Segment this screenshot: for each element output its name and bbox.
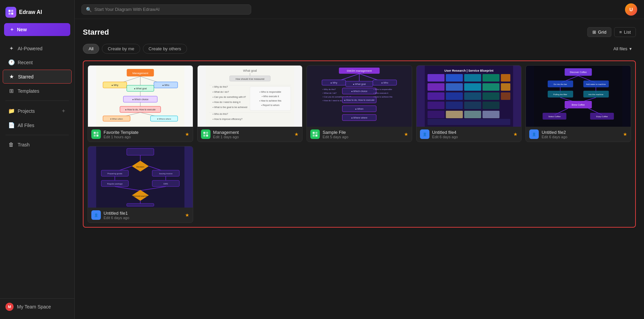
svg-rect-0 [8, 10, 11, 12]
svg-rect-91 [482, 74, 499, 82]
file-preview-2: What goal How should it be measured • Wh… [198, 66, 302, 127]
svg-text:● How to do, How to execute: ● How to do, How to execute [125, 108, 155, 111]
file-date-3: Edit 5 days ago [323, 135, 348, 139]
sidebar-item-ai-powered[interactable]: ✦ AI-Powered [3, 42, 72, 55]
svg-rect-103 [427, 102, 444, 109]
svg-text:GWZH management: GWZH management [347, 69, 372, 72]
file-preview-3: GWZH management ● Why ● Who ● What goal [307, 66, 412, 127]
filter-create-by-others[interactable]: Create by others [143, 44, 187, 54]
file-preview-6: Received order Decision Preparing goods [88, 146, 193, 208]
add-project-icon[interactable]: ＋ [61, 107, 66, 114]
svg-text:• How to achieve this: • How to achieve this [259, 100, 281, 102]
svg-text:• What is the goal to be achie: • What is the goal to be achieved [213, 106, 247, 109]
list-icon: ≡ [619, 30, 622, 35]
svg-text:● Why: ● Why [111, 84, 118, 87]
page-header: Starred ⊞ Grid ≡ List [83, 27, 636, 37]
templates-icon: ⊞ [8, 88, 14, 94]
sidebar-item-projects[interactable]: 📁 Projects ＋ [3, 104, 72, 118]
app-name: Edraw AI [19, 9, 42, 15]
file-name-2: Management [213, 130, 239, 135]
file-avatar-1 [91, 129, 101, 139]
sidebar-bottom: M My Team Space [0, 298, 74, 315]
filter-all[interactable]: All [83, 44, 99, 54]
team-space[interactable]: M My Team Space [5, 303, 69, 311]
search-bar[interactable]: 🔍 Start Your Diagram With EdrawAI [81, 4, 251, 15]
plus-icon: ＋ [10, 26, 14, 33]
svg-text:Discover Coffee: Discover Coffee [570, 71, 587, 73]
star-icon-3[interactable]: ★ [404, 131, 408, 137]
chevron-down-icon: ▾ [629, 46, 632, 51]
trash-icon: 🗑 [8, 142, 14, 148]
file-card-2[interactable]: What goal How should it be measured • Wh… [197, 65, 303, 142]
ai-icon: ✦ [8, 45, 14, 52]
star-icon-6[interactable]: ★ [185, 212, 189, 218]
file-card-6[interactable]: Received order Decision Preparing goods [88, 146, 193, 223]
sidebar-item-starred[interactable]: ★ Starred [3, 70, 72, 84]
file-card-5[interactable]: Discover Coffee Go into the bar Add wate… [526, 65, 631, 142]
file-name-1: Favorite Template [104, 130, 139, 135]
svg-rect-52 [206, 132, 208, 134]
file-avatar-5: 👤 [529, 129, 539, 139]
svg-rect-107 [427, 111, 444, 118]
team-avatar: M [5, 303, 14, 311]
svg-rect-94 [446, 83, 463, 91]
sidebar-item-all-files[interactable]: 📄 All Files [3, 119, 72, 132]
file-card-3[interactable]: GWZH management ● Why ● Who ● What goal [307, 65, 412, 142]
svg-rect-108 [446, 111, 463, 118]
svg-rect-101 [482, 92, 499, 100]
sidebar-divider [5, 101, 69, 101]
svg-rect-111 [427, 119, 510, 125]
file-avatar-3 [310, 129, 320, 139]
svg-rect-51 [203, 132, 205, 134]
sidebar-divider-2 [5, 135, 69, 135]
svg-text:Pulling the filter: Pulling the filter [553, 93, 567, 95]
svg-text:● Who: ● Who [381, 82, 388, 84]
file-preview-4: User Research | Service Blueprint [417, 66, 521, 127]
star-icon-4[interactable]: ★ [513, 131, 518, 137]
svg-text:• How to improve efficiency?: • How to improve efficiency? [213, 118, 242, 121]
svg-text:Go into the bar: Go into the bar [554, 83, 567, 85]
list-view-button[interactable]: ≡ List [614, 27, 636, 37]
files-dropdown[interactable]: All files ▾ [609, 44, 636, 53]
file-info-5: 👤 Untitled file2 Edit 6 days ago ★ [526, 127, 631, 142]
filter-row: All Create by me Create by others All fi… [83, 44, 636, 54]
file-date-2: Edit 1 days ago [213, 135, 239, 139]
file-avatar-4: 👤 [420, 129, 429, 139]
sidebar: Edraw AI ＋ New ✦ AI-Powered 🕐 Recent ★ S… [0, 0, 75, 319]
star-icon-5[interactable]: ★ [623, 131, 627, 137]
content-area: Starred ⊞ Grid ≡ List All Create by me C… [75, 19, 644, 319]
file-card-1[interactable]: Management ● Why ● Who ● What goal [88, 65, 193, 142]
svg-rect-31 [96, 135, 98, 137]
svg-text:What goal: What goal [243, 69, 257, 72]
svg-text:● Which choice: ● Which choice [132, 98, 148, 101]
svg-rect-89 [446, 74, 463, 82]
svg-rect-139 [127, 148, 154, 155]
file-date-5: Edit 6 days ago [541, 135, 567, 139]
star-icon-2[interactable]: ★ [294, 131, 299, 137]
star-icon-1[interactable]: ★ [185, 131, 189, 137]
sidebar-item-recent[interactable]: 🕐 Recent [3, 56, 72, 69]
filter-tabs: All Create by me Create by others [83, 44, 187, 54]
sidebar-item-trash[interactable]: 🗑 Trash [3, 138, 72, 151]
svg-text:• How to achieve this: • How to achieve this [373, 96, 392, 98]
file-name-3: Sample File [323, 130, 348, 135]
grid-view-button[interactable]: ⊞ Grid [587, 27, 612, 37]
filter-create-by-me[interactable]: Create by me [102, 44, 140, 54]
file-avatar-6: 👤 [91, 210, 101, 220]
star-nav-icon: ★ [8, 73, 15, 80]
svg-rect-54 [206, 135, 208, 137]
svg-text:How should it be measured: How should it be measured [235, 78, 264, 80]
svg-rect-98 [427, 92, 444, 100]
file-name-4: Untitled file4 [432, 130, 458, 135]
file-info-4: 👤 Untitled file4 Edit 6 days ago ★ [417, 127, 521, 142]
svg-text:Preparing goods: Preparing goods [107, 173, 122, 175]
svg-rect-100 [464, 92, 481, 100]
sidebar-item-templates[interactable]: ⊞ Templates [3, 84, 72, 98]
new-button[interactable]: ＋ New [4, 23, 70, 36]
user-avatar[interactable]: U [625, 3, 637, 16]
svg-text:• Who execute it: • Who execute it [262, 95, 279, 98]
file-card-4[interactable]: User Research | Service Blueprint [416, 65, 522, 142]
starred-grid-wrapper: Management ● Why ● Who ● What goal [83, 60, 636, 228]
projects-icon: 📁 [8, 108, 14, 114]
svg-rect-85 [315, 135, 317, 137]
